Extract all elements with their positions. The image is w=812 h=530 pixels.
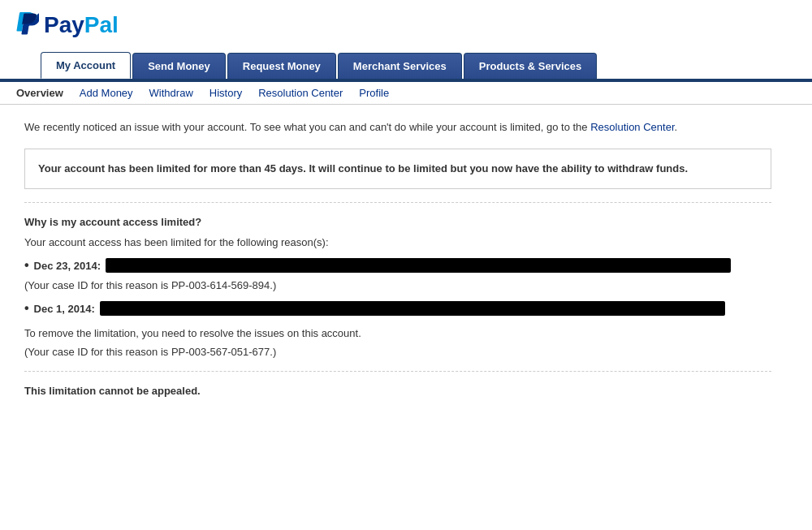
cannot-appeal-text: This limitation cannot be appealed. (24, 385, 771, 397)
pal-text: Pal (84, 12, 119, 38)
sub-tab-resolution-center[interactable]: Resolution Center (258, 87, 343, 99)
limited-box: Your account has been limited for more t… (24, 149, 771, 190)
reason-item-1: • Dec 23, 2014: (24, 258, 771, 273)
reason-2-bullet-line: • Dec 1, 2014: (24, 301, 771, 316)
sub-nav: Overview Add Money Withdraw History Reso… (0, 82, 812, 105)
remove-limitation-text: To remove the limitation, you need to re… (24, 327, 771, 339)
sub-tab-add-money[interactable]: Add Money (80, 87, 133, 99)
main-nav: My Account Send Money Request Money Merc… (0, 52, 812, 79)
why-title: Why is my account access limited? (24, 216, 771, 228)
limited-box-text: Your account has been limited for more t… (38, 162, 688, 175)
reason-intro: Your account access has been limited for… (24, 236, 771, 248)
sub-tab-profile[interactable]: Profile (359, 87, 389, 99)
paypal-logo: PayPal (16, 11, 796, 39)
redacted-bar-1 (106, 258, 731, 273)
reason-2-date: Dec 1, 2014: (34, 303, 95, 315)
tab-my-account[interactable]: My Account (41, 52, 131, 79)
notice-end: . (675, 121, 678, 133)
reason-1-bullet-line: • Dec 23, 2014: (24, 258, 771, 273)
reason-item-2: • Dec 1, 2014: (24, 301, 771, 316)
bullet-1: • (24, 258, 29, 273)
notice-text: We recently noticed an issue with your a… (24, 121, 590, 133)
tab-products-services[interactable]: Products & Services (464, 53, 597, 79)
sub-tab-history[interactable]: History (209, 87, 242, 99)
notice-paragraph: We recently noticed an issue with your a… (24, 119, 771, 136)
tab-send-money[interactable]: Send Money (132, 53, 226, 79)
header: PayPal (0, 0, 812, 47)
case-id-1: (Your case ID for this reason is PP-003-… (24, 279, 771, 291)
content-area: We recently noticed an issue with your a… (0, 105, 796, 412)
case-id-2: (Your case ID for this reason is PP-003-… (24, 346, 771, 358)
pay-text: Pay (44, 12, 84, 38)
tab-merchant-services[interactable]: Merchant Services (338, 53, 462, 79)
bullet-2: • (24, 301, 29, 316)
sub-tab-withdraw[interactable]: Withdraw (149, 87, 193, 99)
redacted-bar-2 (100, 301, 725, 316)
tab-request-money[interactable]: Request Money (227, 53, 336, 79)
paypal-p-icon (16, 11, 39, 39)
paypal-wordmark: PayPal (44, 12, 119, 38)
resolution-center-link[interactable]: Resolution Center (590, 121, 674, 133)
divider-1 (24, 202, 771, 203)
reason-1-date: Dec 23, 2014: (34, 260, 101, 272)
divider-2 (24, 371, 771, 372)
sub-tab-overview[interactable]: Overview (16, 87, 63, 99)
